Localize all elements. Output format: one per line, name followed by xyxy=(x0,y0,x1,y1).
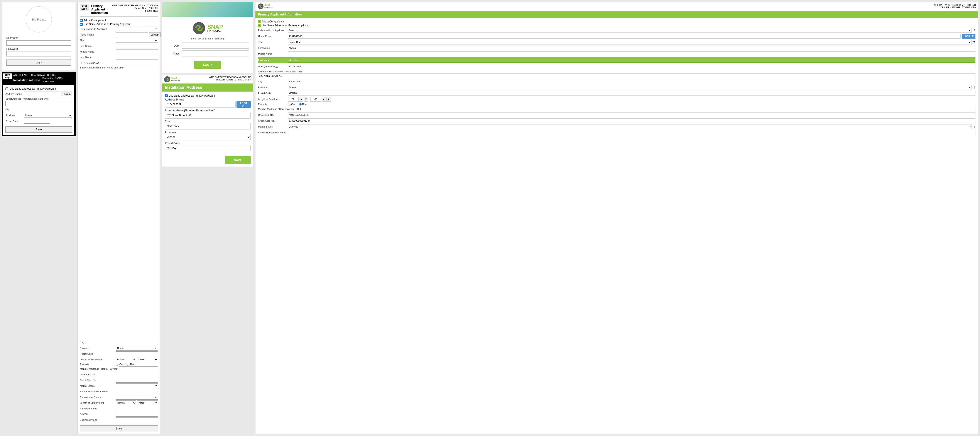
lookup-btn-p3[interactable]: LOOK UP xyxy=(237,101,251,108)
password-input[interactable] xyxy=(6,51,71,56)
length-residence-row: Length at Residence Months Years xyxy=(80,357,158,362)
mortgage-input[interactable] xyxy=(119,366,158,371)
street-address-input-p4[interactable] xyxy=(258,73,975,78)
same-address-checkbox[interactable] xyxy=(5,88,8,90)
relationship-dropdown-icon[interactable]: ⬆ xyxy=(973,29,975,32)
city-input[interactable] xyxy=(24,107,72,112)
postal-code-input[interactable] xyxy=(24,119,50,124)
relationship-select-p4[interactable]: Select xyxy=(288,28,972,33)
user-input[interactable] xyxy=(182,43,249,49)
snap-login-button[interactable]: LOGIN xyxy=(194,61,221,69)
title-row-p4: Title Select One ⬆ xyxy=(258,40,975,45)
credit-card-input[interactable] xyxy=(116,378,158,383)
street-address-input[interactable] xyxy=(5,101,72,106)
employer-name-input[interactable] xyxy=(116,406,158,411)
drivers-lic-input-p4[interactable] xyxy=(288,112,975,117)
relationship-select[interactable] xyxy=(116,27,158,31)
annual-income-input-p4[interactable] xyxy=(288,130,975,135)
dob-label-p4: DOB (mm/yy/yyyy) xyxy=(258,65,286,68)
address-phone-input[interactable] xyxy=(24,91,60,96)
add-coapplicant-checkbox-p4[interactable] xyxy=(258,20,261,23)
dob-input-p4[interactable] xyxy=(288,64,975,69)
months-up-btn[interactable]: ▲ xyxy=(299,97,303,102)
marital-dropdown-icon[interactable]: ⬆ xyxy=(973,125,975,128)
lookup-button[interactable]: Lookup xyxy=(61,91,72,96)
credit-card-input-p4[interactable] xyxy=(288,118,975,123)
street-address-label-p4: Street Address (Number, Name and Unit) xyxy=(258,70,302,73)
street-address-input-p3[interactable] xyxy=(165,112,251,118)
province-select-p4[interactable]: Alberta xyxy=(288,85,972,90)
street-address-input-p2[interactable] xyxy=(80,70,158,339)
rent-radio-p4[interactable] xyxy=(299,103,302,105)
add-coapplicant-label-p4: Add a Co-applicant xyxy=(262,20,284,23)
property-row: Property Own Rent xyxy=(80,363,158,366)
middle-name-input[interactable] xyxy=(116,49,158,54)
postal-label-p2: Postal Code xyxy=(80,353,115,355)
dob-input[interactable] xyxy=(116,61,158,65)
same-address-checkbox-p2[interactable] xyxy=(80,23,83,26)
save-button[interactable]: Save xyxy=(5,126,72,133)
annual-income-row: Annual Household Income xyxy=(80,389,158,394)
city-input-p4[interactable] xyxy=(288,79,975,84)
user-row: User xyxy=(167,43,249,49)
length-months-select[interactable]: Months xyxy=(116,357,136,362)
province-select-p2[interactable]: Alberta xyxy=(116,346,158,351)
length-years-select[interactable]: Years xyxy=(137,357,158,362)
postal-label-p4: Postal Code xyxy=(258,92,286,94)
login-button[interactable]: Login xyxy=(6,59,71,65)
rent-radio[interactable] xyxy=(127,363,129,366)
panel4-body: Add a Co-applicant Use Same Address as P… xyxy=(255,18,978,138)
title-select[interactable] xyxy=(116,38,158,43)
province-select[interactable]: Alberta xyxy=(24,113,72,118)
city-input-p2[interactable] xyxy=(116,340,158,345)
business-phone-input[interactable] xyxy=(116,417,158,422)
pass-input[interactable] xyxy=(182,50,249,56)
username-input[interactable] xyxy=(6,40,71,46)
middle-name-input-p4[interactable] xyxy=(288,51,975,56)
home-phone-input[interactable] xyxy=(116,32,148,37)
employment-status-select[interactable] xyxy=(116,395,158,399)
lookup-btn-p2[interactable]: Lookup xyxy=(149,32,161,37)
same-address-checkbox-p4[interactable] xyxy=(258,24,261,27)
title-dropdown-icon[interactable]: ⬆ xyxy=(973,40,975,44)
province-dropdown-icon[interactable]: ⬆ xyxy=(973,86,975,89)
postal-input-p3[interactable] xyxy=(165,145,251,151)
length-years-input[interactable] xyxy=(310,97,321,102)
own-radio[interactable] xyxy=(116,363,118,366)
job-title-input[interactable] xyxy=(116,412,158,417)
first-name-input-p4[interactable] xyxy=(288,46,975,50)
marital-status-select[interactable] xyxy=(116,383,158,388)
annual-income-input[interactable] xyxy=(116,389,158,394)
last-name-input[interactable] xyxy=(116,55,158,60)
employment-status-row: Employment Status xyxy=(80,395,158,399)
mortgage-input-p4[interactable] xyxy=(296,107,975,112)
postal-row-p2: Postal Code xyxy=(80,351,158,356)
years-down-btn[interactable]: ▼ xyxy=(326,97,331,102)
add-coapplicant-checkbox[interactable] xyxy=(80,19,83,22)
last-name-input-p4[interactable] xyxy=(288,58,975,62)
emp-years-select[interactable]: Years xyxy=(137,401,158,405)
marital-status-select-p4[interactable]: Divorced xyxy=(288,124,972,129)
drivers-lic-input[interactable] xyxy=(116,372,158,377)
save-btn-p3[interactable]: SAVE xyxy=(225,156,251,164)
city-input-p3[interactable] xyxy=(165,123,251,129)
emp-months-select[interactable]: Months xyxy=(116,401,136,405)
first-name-input[interactable] xyxy=(116,43,158,48)
same-address-checkbox-p3[interactable] xyxy=(165,94,168,97)
job-title-label: Job Title xyxy=(80,413,115,415)
address-phone-input-p3[interactable] xyxy=(165,101,235,108)
city-row: City xyxy=(5,107,72,112)
save-button-p2[interactable]: Save xyxy=(80,425,158,432)
months-down-btn[interactable]: ▼ xyxy=(304,97,308,102)
postal-input-p2[interactable] xyxy=(116,351,158,356)
length-months-input[interactable] xyxy=(288,97,299,102)
lookup-btn-p4[interactable]: LOOK UP xyxy=(962,34,975,38)
title-select-p4[interactable]: Select One xyxy=(288,40,972,45)
province-select-p3[interactable]: Alberta xyxy=(165,134,251,141)
mortgage-label: Monthly Mortgage / Rental Payment xyxy=(80,367,118,370)
own-radio-p4[interactable] xyxy=(288,103,291,105)
postal-input-p4[interactable] xyxy=(288,91,975,96)
install-title: Installation Address xyxy=(13,78,40,82)
home-phone-input-p4[interactable] xyxy=(288,34,961,38)
years-up-btn[interactable]: ▲ xyxy=(322,97,326,102)
